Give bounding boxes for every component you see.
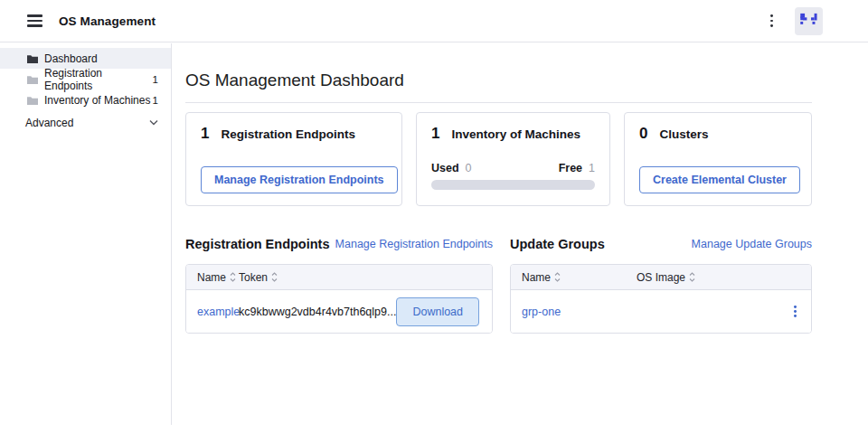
manage-registration-endpoints-button[interactable]: Manage Registration Endpoints bbox=[201, 166, 398, 193]
table-header-row: Name Token bbox=[186, 265, 492, 290]
card-clusters: 0 Clusters Create Elemental Cluster bbox=[624, 112, 812, 206]
top-header: OS Management bbox=[0, 0, 868, 42]
title-divider bbox=[185, 102, 812, 103]
registration-endpoints-section: Registration Endpoints Manage Registrati… bbox=[185, 236, 493, 334]
used-label: Used bbox=[431, 162, 459, 174]
endpoint-name-link[interactable]: example bbox=[197, 306, 231, 318]
table-header-row: Name OS Image bbox=[511, 265, 811, 290]
card-registration-endpoints: 1 Registration Endpoints Manage Registra… bbox=[185, 112, 402, 206]
sort-carets-icon bbox=[271, 271, 278, 283]
summary-cards: 1 Registration Endpoints Manage Registra… bbox=[185, 112, 812, 206]
sidebar-count-badge: 1 bbox=[153, 74, 158, 85]
card-count: 0 bbox=[639, 125, 647, 143]
table-row: example kc9kbwwg2vdb4r4vb7th6qlp9... Dow… bbox=[186, 290, 492, 333]
sidebar-item-inventory-of-machines[interactable]: Inventory of Machines 1 bbox=[0, 89, 171, 110]
used-value: 0 bbox=[466, 162, 472, 174]
sidebar-group-advanced[interactable]: Advanced bbox=[0, 112, 171, 133]
menu-icon[interactable] bbox=[27, 14, 42, 26]
section-title: Update Groups bbox=[510, 237, 605, 251]
card-label: Registration Endpoints bbox=[221, 127, 355, 141]
sort-carets-icon bbox=[230, 271, 236, 283]
header-kebab-menu-icon[interactable] bbox=[767, 11, 777, 31]
row-kebab-menu-icon[interactable] bbox=[492, 302, 493, 322]
main-content: OS Management Dashboard 1 Registration E… bbox=[173, 43, 868, 433]
folder-icon bbox=[27, 96, 38, 105]
column-header-name[interactable]: Name bbox=[522, 271, 637, 284]
column-header-name[interactable]: Name bbox=[197, 271, 231, 284]
endpoint-token: kc9kbwwg2vdb4r4vb7th6qlp9... bbox=[239, 306, 396, 318]
section-title: Registration Endpoints bbox=[185, 237, 330, 251]
card-label: Clusters bbox=[659, 127, 708, 141]
usage-row: Used0 Free1 bbox=[431, 162, 595, 174]
registration-endpoints-table: Name Token bbox=[185, 264, 493, 334]
sort-carets-icon bbox=[554, 271, 561, 283]
card-count: 1 bbox=[431, 125, 439, 143]
sidebar-group-label: Advanced bbox=[25, 117, 73, 129]
tables-row: Registration Endpoints Manage Registrati… bbox=[185, 236, 812, 334]
sidebar-item-registration-endpoints[interactable]: Registration Endpoints 1 bbox=[0, 69, 171, 89]
os-management-app: OS Management Dashboard bbox=[0, 0, 868, 433]
elemental-pixel-logo-icon bbox=[799, 12, 818, 31]
free-value: 1 bbox=[589, 162, 595, 174]
card-label: Inventory of Machines bbox=[451, 127, 580, 141]
page-title: OS Management Dashboard bbox=[185, 71, 812, 90]
app-title: OS Management bbox=[59, 14, 156, 28]
create-elemental-cluster-button[interactable]: Create Elemental Cluster bbox=[639, 166, 800, 193]
column-header-token[interactable]: Token bbox=[239, 271, 278, 284]
download-button[interactable]: Download bbox=[396, 297, 479, 326]
sidebar-item-label: Dashboard bbox=[44, 52, 98, 65]
manage-registration-endpoints-link[interactable]: Manage Registration Endpoints bbox=[335, 238, 493, 250]
machines-usage-progress-bar bbox=[431, 180, 595, 190]
update-groups-table: Name OS Image bbox=[510, 264, 812, 334]
card-count: 1 bbox=[201, 125, 209, 143]
elemental-logo bbox=[795, 7, 823, 35]
sort-carets-icon bbox=[689, 271, 695, 283]
column-header-os-image[interactable]: OS Image bbox=[637, 271, 695, 284]
folder-icon bbox=[27, 75, 38, 84]
manage-update-groups-link[interactable]: Manage Update Groups bbox=[692, 238, 812, 250]
sidebar-item-label: Registration Endpoints bbox=[44, 67, 153, 92]
free-label: Free bbox=[559, 162, 582, 174]
update-groups-section: Update Groups Manage Update Groups Name bbox=[510, 236, 812, 334]
group-name-link[interactable]: grp-one bbox=[522, 306, 637, 318]
row-kebab-menu-icon[interactable] bbox=[790, 302, 800, 322]
sidebar: Dashboard Registration Endpoints 1 Inven… bbox=[0, 43, 172, 425]
sidebar-item-label: Inventory of Machines bbox=[44, 94, 150, 107]
folder-icon bbox=[27, 54, 38, 63]
sidebar-count-badge: 1 bbox=[153, 95, 158, 106]
table-row: grp-one bbox=[511, 290, 811, 333]
chevron-down-icon bbox=[149, 119, 158, 126]
card-inventory-of-machines: 1 Inventory of Machines Used0 Free1 bbox=[416, 112, 610, 206]
